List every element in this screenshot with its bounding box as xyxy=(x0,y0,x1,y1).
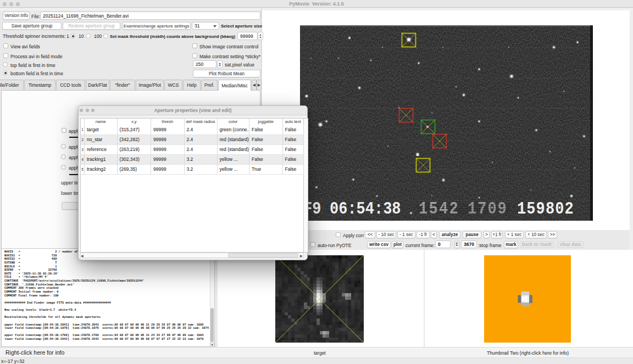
svg-text:1709: 1709 xyxy=(468,200,508,219)
svg-text:159802: 159802 xyxy=(517,200,574,219)
svg-text:1542: 1542 xyxy=(419,200,459,219)
svg-text:06:54:38: 06:54:38 xyxy=(330,200,401,219)
